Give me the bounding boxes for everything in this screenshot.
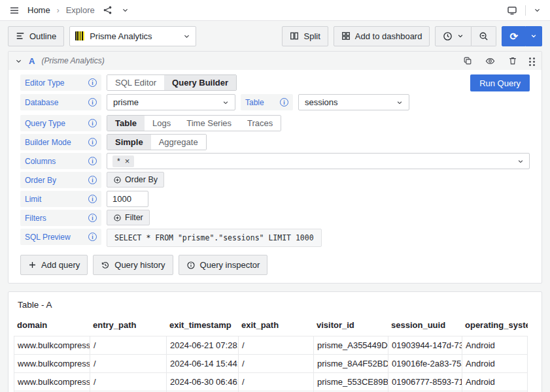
column-header-domain[interactable]: domain — [14, 318, 90, 336]
split-button[interactable]: Split — [282, 26, 328, 46]
database-row: Database i prisme Table i sessions — [20, 94, 530, 110]
top-nav: Home › Explore — [0, 0, 550, 21]
plus-circle-icon — [113, 214, 122, 222]
info-icon[interactable]: i — [88, 157, 97, 165]
refresh-button[interactable]: ⟳ — [502, 26, 526, 46]
topnav-chevron-down-icon[interactable] — [532, 5, 542, 15]
table-header-row: domain entry_path exit_timestamp exit_pa… — [14, 318, 528, 336]
table-cell: www.bulkcompress.p — [14, 336, 90, 354]
query-builder-form: Editor Type i SQL Editor Query Builder R… — [9, 70, 541, 247]
query-type-traces[interactable]: Traces — [239, 116, 281, 131]
time-range-button[interactable] — [435, 26, 472, 46]
menu-icon[interactable] — [8, 4, 21, 17]
order-by-label: Order By i — [20, 172, 101, 188]
outline-button[interactable]: Outline — [8, 26, 64, 46]
add-query-button[interactable]: Add query — [20, 255, 88, 275]
column-header-exit-path[interactable]: exit_path — [238, 318, 313, 336]
chevron-down-icon — [222, 99, 229, 106]
explore-toolbar: Outline Prisme Analytics Split Add to da… — [0, 21, 550, 51]
run-query-button[interactable]: Run Query — [470, 74, 530, 91]
database-label: Database i — [20, 94, 101, 110]
builder-mode-label: Builder Mode i — [20, 134, 101, 150]
table-cell: prisme_A355449D09 — [313, 336, 388, 354]
table-cell: Android — [462, 336, 528, 354]
breadcrumb-home[interactable]: Home — [27, 5, 50, 15]
refresh-interval-chevron[interactable] — [526, 26, 542, 46]
add-order-by-button[interactable]: Order By — [107, 172, 164, 188]
table-cell: / — [90, 336, 166, 354]
table-cell: www.bulkcompress.p — [14, 373, 90, 391]
table-cell: 01903944-147d-734f — [388, 336, 462, 354]
clickhouse-logo-icon — [75, 31, 84, 41]
builder-mode-row: Builder Mode i Simple Aggregate — [20, 134, 530, 150]
breadcrumb-explore[interactable]: Explore — [66, 5, 95, 15]
table-cell: / — [238, 336, 313, 354]
order-by-row: Order By i Order By — [20, 172, 530, 188]
duplicate-query-icon[interactable] — [462, 55, 473, 67]
time-range-chevron-down-icon — [457, 33, 464, 39]
table-cell: prisme_553CE89B52 — [313, 373, 388, 391]
table-cell: www.bulkcompress.p — [14, 355, 90, 372]
zoom-out-button[interactable] — [472, 26, 496, 46]
limit-input[interactable] — [107, 191, 148, 207]
refresh-chevron-down-icon — [530, 33, 537, 39]
datasource-chevron-down-icon — [183, 33, 190, 40]
table-cell: / — [90, 373, 166, 391]
info-icon[interactable]: i — [88, 138, 97, 146]
topnav-divider — [525, 5, 526, 16]
table-select[interactable]: sessions — [298, 94, 409, 110]
builder-mode-simple[interactable]: Simple — [107, 135, 151, 150]
column-header-session-uuid[interactable]: session_uuid — [388, 318, 462, 336]
query-inspector-button[interactable]: Query inspector — [179, 255, 268, 275]
column-header-entry-path[interactable]: entry_path — [90, 318, 166, 336]
info-icon[interactable]: i — [88, 176, 97, 184]
column-header-exit-timestamp[interactable]: exit_timestamp — [166, 318, 238, 336]
query-type-logs[interactable]: Logs — [145, 116, 179, 131]
column-header-visitor-id[interactable]: visitor_id — [313, 318, 388, 336]
table-header: domain entry_path exit_timestamp exit_pa… — [14, 318, 536, 336]
datasource-name: Prisme Analytics — [90, 31, 178, 41]
query-type-time-series[interactable]: Time Series — [179, 116, 239, 131]
column-header-operating-system[interactable]: operating_system — [462, 318, 528, 336]
info-icon[interactable]: i — [88, 233, 97, 241]
table-cell: 2024-06-30 06:46:4 — [166, 373, 238, 391]
editor-type-query-builder[interactable]: Query Builder — [164, 75, 236, 90]
drag-handle-icon[interactable] — [529, 57, 535, 65]
remove-chip-icon[interactable]: × — [125, 157, 130, 165]
info-icon[interactable]: i — [280, 98, 288, 106]
info-icon[interactable]: i — [88, 214, 97, 222]
table-cell: 2024-06-21 07:28:01 — [166, 336, 238, 354]
grafana-explore-screen: Home › Explore Outline Prisme Analytics — [0, 0, 550, 392]
query-type-label: Query Type i — [20, 115, 101, 131]
table-cell: / — [238, 373, 313, 391]
query-row-header[interactable]: A (Prisme Analytics) — [9, 52, 541, 70]
hide-query-eye-icon[interactable] — [484, 55, 496, 67]
zoom-out-icon — [479, 31, 489, 41]
table-cell: Android — [462, 355, 528, 372]
table-label: Table i — [241, 94, 293, 110]
add-filter-button[interactable]: Filter — [107, 210, 150, 225]
run-refresh-group: ⟳ — [502, 26, 542, 46]
database-select[interactable]: prisme — [107, 94, 235, 110]
filters-label: Filters i — [20, 210, 101, 226]
add-to-dashboard-button[interactable]: Add to dashboard — [334, 26, 430, 46]
info-icon[interactable]: i — [88, 98, 97, 106]
monitor-icon[interactable] — [506, 4, 519, 17]
info-icon[interactable]: i — [88, 195, 97, 203]
table-row: www.bulkcompress.p / 2024-06-30 06:46:4 … — [14, 372, 528, 391]
datasource-picker[interactable]: Prisme Analytics — [69, 26, 196, 46]
query-history-button[interactable]: Query history — [93, 255, 173, 275]
collapse-chevron-icon[interactable] — [15, 57, 22, 65]
columns-multiselect[interactable]: * × — [107, 153, 530, 169]
table-cell: 2024-06-14 15:44:34 — [166, 355, 238, 372]
builder-mode-toggle: Simple Aggregate — [107, 134, 207, 150]
breadcrumb-chevron-down-icon[interactable] — [120, 5, 130, 15]
builder-mode-aggregate[interactable]: Aggregate — [151, 135, 206, 150]
share-icon[interactable] — [101, 4, 114, 16]
info-icon[interactable]: i — [88, 119, 97, 127]
outline-icon — [16, 31, 25, 41]
editor-type-sql-editor[interactable]: SQL Editor — [107, 75, 164, 90]
query-type-table[interactable]: Table — [107, 116, 145, 131]
delete-query-trash-icon[interactable] — [507, 55, 519, 67]
info-icon[interactable]: i — [88, 78, 97, 87]
